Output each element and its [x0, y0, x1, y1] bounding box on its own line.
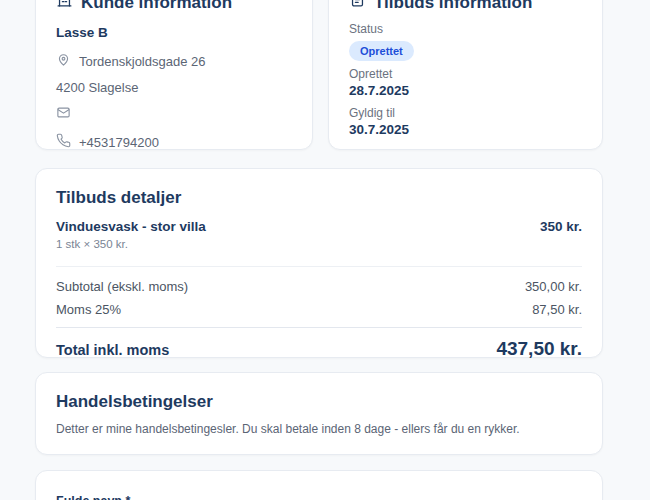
- full-name-label: Fulde navn *: [56, 493, 582, 500]
- subtotal-label: Subtotal (ekskl. moms): [56, 278, 188, 295]
- vat-label: Moms 25%: [56, 301, 121, 318]
- offer-card-header: Tilbuds information: [349, 0, 582, 14]
- phone-icon: [56, 133, 71, 152]
- customer-card-title: Kunde information: [81, 0, 232, 14]
- created-label: Oprettet: [349, 67, 582, 82]
- terms-title: Handelsbetingelser: [56, 391, 582, 412]
- terms-card: Handelsbetingelser Detter er mine handel…: [35, 372, 603, 455]
- customer-address-line2: 4200 Slagelse: [56, 80, 138, 96]
- building-icon: [56, 0, 73, 14]
- line-item-qty: 1 stk × 350 kr.: [56, 237, 206, 252]
- grand-total-row: Total inkl. moms 437,50 kr.: [56, 327, 582, 360]
- status-label: Status: [349, 22, 582, 37]
- details-title: Tilbuds detaljer: [56, 187, 582, 208]
- details-divider: [56, 266, 582, 267]
- customer-city-row: 4200 Slagelse: [56, 80, 292, 96]
- customer-phone: +4531794200: [79, 135, 159, 151]
- line-item-info: Vinduesvask - stor villa 1 stk × 350 kr.: [56, 218, 206, 252]
- line-item: Vinduesvask - stor villa 1 stk × 350 kr.…: [56, 218, 582, 252]
- customer-detail-rows: Tordenskjoldsgade 26 4200 Slagelse: [56, 52, 292, 152]
- subtotal-value: 350,00 kr.: [525, 278, 582, 295]
- map-pin-icon: [56, 52, 71, 71]
- customer-phone-row: +4531794200: [56, 133, 292, 152]
- valid-until-date: 30.7.2025: [349, 121, 582, 139]
- terms-body: Detter er mine handelsbetingesler. Du sk…: [56, 422, 582, 437]
- status-badge: Oprettet: [349, 41, 414, 61]
- grand-total-value: 437,50 kr.: [496, 338, 582, 360]
- envelope-icon: [56, 105, 71, 124]
- offer-details-card: Tilbuds detaljer Vinduesvask - stor vill…: [35, 168, 603, 358]
- valid-until-label: Gyldig til: [349, 106, 582, 121]
- customer-name: Lasse B: [56, 24, 292, 42]
- grand-total-label: Total inkl. moms: [56, 342, 169, 358]
- offer-info-card: Tilbuds information Status Oprettet Opre…: [328, 0, 603, 150]
- vat-value: 87,50 kr.: [532, 301, 582, 318]
- customer-address-line1: Tordenskjoldsgade 26: [79, 54, 205, 70]
- offer-card-title: Tilbuds information: [374, 0, 532, 14]
- subtotal-row: Subtotal (ekskl. moms) 350,00 kr.: [56, 278, 582, 295]
- customer-card-header: Kunde information: [56, 0, 292, 14]
- customer-address-row: Tordenskjoldsgade 26: [56, 52, 292, 71]
- customer-info-card: Kunde information Lasse B Tordenskjoldsg…: [35, 0, 313, 150]
- customer-email-row: [56, 105, 292, 124]
- line-item-price: 350 kr.: [540, 218, 582, 236]
- line-item-name: Vinduesvask - stor villa: [56, 218, 206, 236]
- created-date: 28.7.2025: [349, 82, 582, 100]
- vat-row: Moms 25% 87,50 kr.: [56, 301, 582, 318]
- quote-page: Kunde information Lasse B Tordenskjoldsg…: [0, 0, 650, 500]
- document-icon: [349, 0, 366, 14]
- acceptance-form-card: Fulde navn *: [35, 470, 603, 500]
